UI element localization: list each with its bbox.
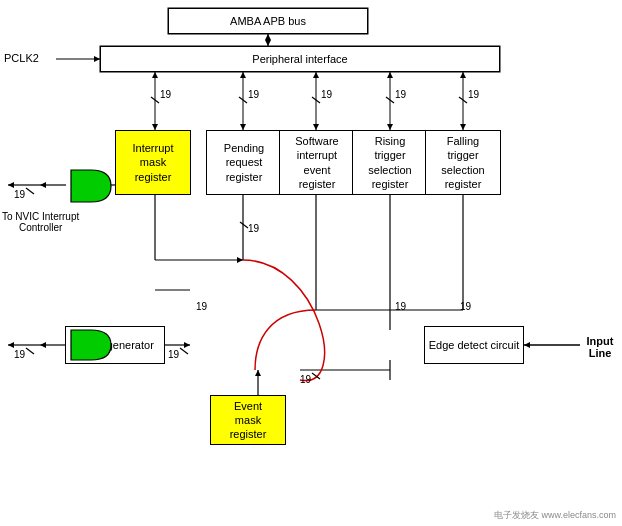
svg-line-74 (180, 348, 188, 354)
rising-trigger-label: Rising trigger selection register (368, 134, 411, 191)
amba-apb-bus-box: AMBA APB bus (168, 8, 368, 34)
svg-marker-15 (313, 72, 319, 78)
watermark: 电子发烧友 www.elecfans.com (494, 509, 616, 522)
svg-text:19: 19 (160, 89, 172, 100)
svg-marker-38 (8, 342, 14, 348)
amba-bus-label: AMBA APB bus (230, 14, 306, 28)
svg-text:19: 19 (468, 89, 480, 100)
peripheral-label: Peripheral interface (252, 52, 347, 66)
svg-line-63 (26, 188, 34, 194)
svg-marker-51 (255, 370, 261, 376)
svg-line-76 (312, 373, 320, 379)
pending-request-label: Pending request register (224, 141, 264, 184)
svg-marker-18 (387, 72, 393, 78)
svg-marker-21 (460, 72, 466, 78)
svg-text:19: 19 (460, 301, 472, 312)
event-mask-label: Event mask register (230, 399, 267, 442)
arrows-svg: 19 19 19 19 19 19 19 19 19 19 19 19 19 1… (0, 0, 622, 526)
svg-line-52 (151, 97, 159, 103)
edge-detect-label: Edge detect circuit (429, 338, 520, 352)
svg-marker-25 (40, 182, 46, 188)
svg-line-56 (459, 97, 467, 103)
interrupt-mask-register-box: Interrupt mask register (115, 130, 191, 195)
svg-text:19: 19 (395, 89, 407, 100)
svg-text:19: 19 (168, 349, 180, 360)
svg-text:19: 19 (248, 89, 260, 100)
svg-marker-9 (152, 72, 158, 78)
svg-line-72 (26, 348, 34, 354)
svg-marker-31 (237, 257, 243, 263)
falling-trigger-register-box: Falling trigger selection register (425, 130, 501, 195)
svg-marker-4 (265, 34, 271, 40)
svg-line-54 (312, 97, 320, 103)
svg-text:19: 19 (300, 374, 312, 385)
event-mask-register-box: Event mask register (210, 395, 286, 445)
nvic-label: To NVIC Interrupt Controller (2, 200, 79, 233)
falling-trigger-label: Falling trigger selection register (441, 134, 484, 191)
pending-request-register-box: Pending request register (206, 130, 282, 195)
svg-marker-12 (240, 72, 246, 78)
input-line-label: Input Line (578, 335, 622, 359)
software-interrupt-register-box: Software interrupt event register (279, 130, 355, 195)
software-interrupt-label: Software interrupt event register (295, 134, 338, 191)
diagram: 19 19 19 19 19 19 19 19 19 19 19 19 19 1… (0, 0, 622, 526)
svg-text:19: 19 (395, 301, 407, 312)
svg-line-53 (239, 97, 247, 103)
peripheral-interface-box: Peripheral interface (100, 46, 500, 72)
edge-detect-box: Edge detect circuit (424, 326, 524, 364)
pclk2-label: PCLK2 (4, 52, 39, 64)
interrupt-mask-label: Interrupt mask register (133, 141, 174, 184)
svg-text:19: 19 (321, 89, 333, 100)
svg-marker-27 (8, 182, 14, 188)
svg-marker-47 (524, 342, 530, 348)
svg-line-67 (240, 222, 248, 228)
svg-marker-36 (40, 342, 46, 348)
svg-text:19: 19 (196, 301, 208, 312)
svg-line-55 (386, 97, 394, 103)
svg-text:19: 19 (248, 223, 260, 234)
rising-trigger-register-box: Rising trigger selection register (352, 130, 428, 195)
svg-marker-40 (184, 342, 190, 348)
svg-text:19: 19 (14, 349, 26, 360)
and-gate-nvic (66, 168, 116, 204)
and-gate-pulse (66, 328, 116, 362)
svg-text:19: 19 (14, 189, 26, 200)
